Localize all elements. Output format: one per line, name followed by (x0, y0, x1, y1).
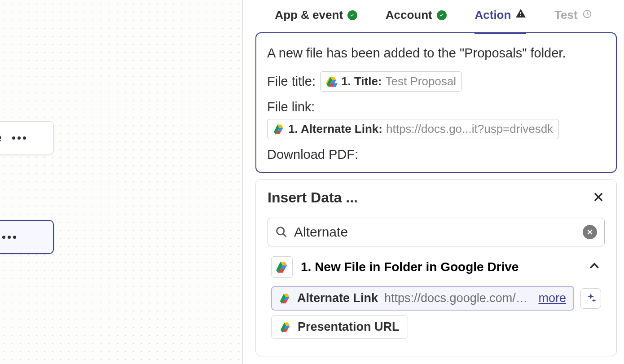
tab-label: Action (475, 8, 511, 22)
google-drive-icon (280, 322, 291, 333)
tab-label: Test (554, 8, 578, 22)
message-template-area[interactable]: A new file has been added to the "Propos… (255, 32, 617, 173)
tab-label: App & event (275, 8, 343, 22)
message-intro-text: A new file has been added to the "Propos… (267, 46, 605, 61)
action-side-panel: App & event Account Action Test A new fi… (242, 0, 624, 364)
chip-field-value: https://docs.go...it?usp=drivesdk (386, 122, 553, 136)
search-input-wrapper[interactable] (268, 218, 605, 246)
chevron-up-icon[interactable] (588, 259, 601, 275)
chip-field-name: 1. Title: (341, 75, 382, 88)
result-presentation-url[interactable]: Presentation URL (271, 315, 408, 339)
ai-sparkle-icon[interactable] (580, 288, 601, 309)
link-variable-chip[interactable]: 1. Alternate Link: https://docs.go...it?… (267, 119, 559, 139)
file-title-label: File title: (267, 74, 316, 89)
panel-tabs: App & event Account Action Test (243, 0, 624, 32)
download-pdf-label: Download PDF: (267, 147, 358, 162)
group-title-text: 1. New File in Folder in Google Drive (301, 260, 580, 274)
canvas-step-card-selected[interactable]: n (0, 220, 54, 254)
svg-point-9 (277, 228, 284, 235)
result-field-value: https://docs.google.com/docum... (384, 291, 532, 305)
insert-data-panel: Insert Data ... 1. New File in Folder in… (255, 179, 617, 356)
file-link-label: File link: (267, 100, 315, 114)
result-field-name: Presentation URL (298, 320, 400, 334)
clear-search-icon[interactable] (583, 225, 597, 239)
tab-test[interactable]: Test (554, 8, 592, 24)
clock-icon (582, 8, 592, 22)
file-title-row: File title: 1. Title: Test Proposal (267, 71, 605, 92)
tab-account[interactable]: Account (386, 8, 447, 24)
tab-app-event[interactable]: App & event (275, 8, 357, 24)
step-menu-icon[interactable] (12, 136, 26, 140)
close-icon[interactable] (592, 191, 605, 205)
canvas-step-card[interactable]: gle (0, 121, 54, 154)
download-pdf-row: Download PDF: (267, 147, 605, 162)
google-drive-icon (273, 124, 285, 135)
title-variable-chip[interactable]: 1. Title: Test Proposal (320, 71, 462, 92)
canvas-step-label: gle (0, 131, 1, 145)
search-icon (275, 226, 288, 238)
more-link[interactable]: more (538, 291, 566, 305)
check-icon (347, 10, 357, 20)
check-icon (437, 10, 447, 20)
tab-label: Account (386, 8, 432, 22)
google-drive-app-icon (271, 256, 293, 278)
google-drive-icon (326, 76, 338, 87)
search-input[interactable] (294, 224, 576, 240)
result-alternate-link[interactable]: Alternate Link https://docs.google.com/d… (271, 286, 574, 311)
chip-field-value: Test Proposal (386, 75, 457, 88)
editor-canvas[interactable]: gle n (0, 0, 242, 364)
step-menu-icon[interactable] (2, 236, 16, 239)
result-field-name: Alternate Link (297, 291, 378, 305)
chip-field-name: 1. Alternate Link: (288, 122, 382, 136)
warning-icon (515, 8, 526, 22)
tab-action[interactable]: Action (475, 8, 526, 24)
insert-data-title: Insert Data ... (268, 189, 358, 206)
file-link-row: File link: 1. Alternate Link: https://do… (267, 100, 605, 139)
google-drive-icon (279, 293, 291, 304)
data-source-group[interactable]: 1. New File in Folder in Google Drive (271, 256, 601, 278)
